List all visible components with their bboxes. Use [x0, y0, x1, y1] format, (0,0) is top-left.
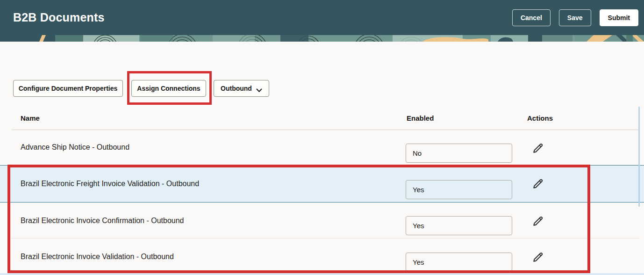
column-header-enabled: Enabled [407, 114, 434, 122]
save-button[interactable]: Save [559, 9, 591, 26]
chevron-down-icon [256, 87, 262, 91]
direction-dropdown-value: Outbound [221, 85, 252, 92]
enabled-field[interactable] [406, 144, 512, 163]
document-name: Brazil Electronic Invoice Confirmation -… [21, 217, 184, 225]
cancel-button[interactable]: Cancel [512, 9, 551, 26]
table-row[interactable]: Brazil Electronic Invoice Confirmation -… [0, 203, 644, 239]
column-header-actions: Actions [527, 114, 553, 122]
page-header: B2B Documents Cancel Save Submit [0, 0, 644, 35]
decorative-banner [0, 35, 644, 42]
bottom-edge-strip [0, 273, 644, 275]
edit-pencil-icon[interactable] [531, 177, 544, 190]
edit-pencil-icon[interactable] [531, 251, 544, 264]
assign-connections-button[interactable]: Assign Connections [131, 80, 206, 97]
edit-pencil-icon[interactable] [531, 142, 544, 155]
enabled-field[interactable] [406, 253, 512, 272]
column-header-name: Name [21, 114, 40, 122]
document-name: Brazil Electronic Invoice Validation - O… [21, 253, 174, 261]
enabled-field[interactable] [406, 216, 512, 235]
banner-art-graphic [0, 35, 644, 42]
submit-button[interactable]: Submit [600, 9, 638, 26]
document-name: Brazil Electronic Freight Invoice Valida… [21, 180, 199, 188]
edit-pencil-icon[interactable] [531, 215, 544, 228]
configure-document-properties-button[interactable]: Configure Document Properties [13, 80, 123, 97]
enabled-field[interactable] [406, 180, 512, 199]
table-row[interactable]: Advance Ship Notice - Outbound [0, 130, 644, 165]
direction-dropdown[interactable]: Outbound [214, 80, 269, 97]
vertical-scrollbar[interactable] [638, 107, 640, 207]
document-name: Advance Ship Notice - Outbound [21, 143, 129, 152]
b2b-documents-page: B2B Documents Cancel Save Submit [0, 0, 644, 275]
table-row[interactable]: Brazil Electronic Invoice Validation - O… [0, 239, 644, 275]
page-title: B2B Documents [13, 11, 105, 24]
table-row-selected[interactable]: Brazil Electronic Freight Invoice Valida… [0, 165, 644, 203]
